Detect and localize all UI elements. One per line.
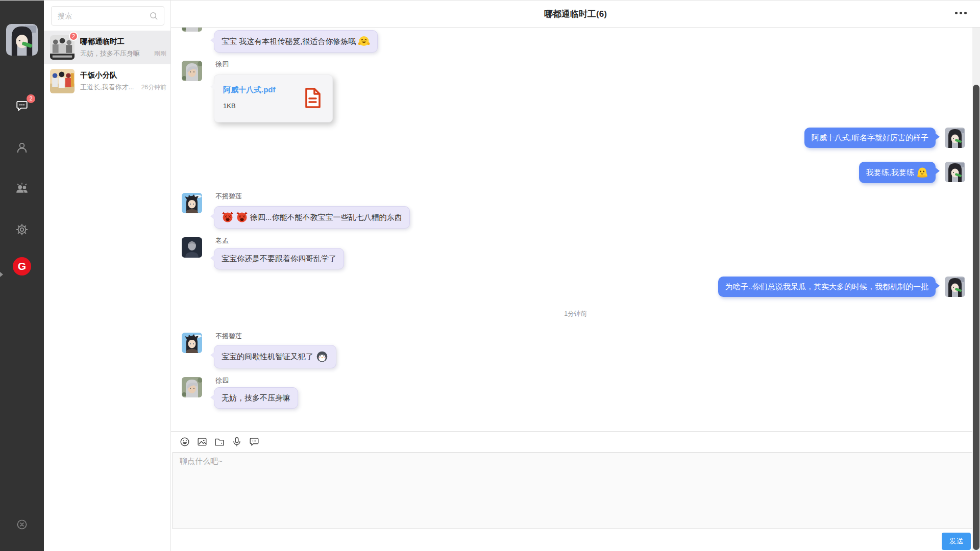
file-upload-icon [214, 436, 225, 447]
message-bubble: 无妨，技多不压身嘛 [214, 387, 298, 409]
own-avatar[interactable] [945, 128, 965, 148]
sender-avatar[interactable] [182, 61, 202, 81]
melting-face-emoji-icon [916, 166, 928, 179]
groups-icon [15, 182, 29, 195]
file-name[interactable]: 阿威十八式.pdf [223, 85, 276, 95]
more-menu-button[interactable] [955, 12, 967, 14]
contacts-icon [15, 141, 29, 154]
voice-icon [231, 436, 242, 447]
penguin-emoji-icon [315, 350, 329, 363]
settings-nav-button[interactable] [15, 222, 29, 237]
pdf-file-icon [301, 87, 325, 110]
scrollbar-track [972, 28, 980, 551]
sender-name: 老孟 [215, 237, 229, 244]
sender-avatar[interactable] [182, 377, 202, 397]
chat-icon [15, 99, 29, 112]
timestamp-divider: 1分钟前 [171, 310, 980, 318]
settings-icon [15, 223, 29, 236]
scrollbar-thumb[interactable] [973, 85, 979, 550]
chat-header: 哪都通临时工(6) [171, 1, 980, 28]
chat-main: 哪都通临时工(6) 宝宝 我这有本祖传秘笈,很适合你修炼哦 徐四 阿威十八式.p… [171, 1, 980, 551]
chat-title: 干饭小分队 [80, 70, 166, 80]
chat-preview: 无妨，技多不压身嘛 [80, 49, 152, 58]
send-row: 发送 [171, 529, 980, 551]
unread-badge: 2 [27, 94, 35, 103]
chat-time: 26分钟前 [141, 83, 166, 92]
composer-toolbar [171, 432, 980, 452]
app-window: 2 G [0, 0, 980, 551]
sender-avatar[interactable] [182, 193, 202, 213]
hugging-face-emoji-icon [358, 35, 370, 47]
groups-nav-button[interactable] [15, 181, 29, 195]
message-bubble: 阿威十八式,听名字就好厉害的样子 [804, 128, 936, 148]
enraged-emoji-icon [222, 211, 234, 223]
chat-header-title: 哪都通临时工(6) [544, 8, 607, 20]
user-avatar[interactable] [6, 24, 38, 56]
chat-list-item-nadutong[interactable]: 2 哪都通临时工 无妨，技多不压身嘛 刚刚 [44, 31, 170, 64]
collapse-arrow-icon[interactable] [0, 272, 3, 277]
unread-badge: 2 [69, 32, 78, 41]
emoji-picker-icon [179, 436, 190, 447]
disconnect-button[interactable] [16, 518, 28, 531]
sender-name: 徐四 [215, 60, 229, 68]
search-icon[interactable] [149, 11, 159, 21]
message-bubble: 宝宝的间歇性机智证又犯了 [214, 345, 336, 368]
sender-name: 徐四 [215, 377, 229, 384]
chat-list-panel: 2 哪都通临时工 无妨，技多不压身嘛 刚刚 干饭小分队 王道长,我看你才... … [44, 1, 171, 551]
chat-time: 刚刚 [154, 49, 166, 58]
message-bubble: 为啥子..你们总说我呆瓜，其实大多的时候，我都机制的一批 [718, 277, 936, 297]
image-upload-icon [197, 436, 208, 447]
chat-title: 哪都通临时工 [80, 36, 166, 46]
sender-name: 不摇碧莲 [215, 332, 242, 340]
file-size: 1KB [223, 102, 236, 110]
chat-list-item-ganfan[interactable]: 干饭小分队 王道长,我看你才... 26分钟前 [44, 64, 170, 98]
nav-rail: 2 G [0, 1, 44, 551]
search-row [44, 1, 170, 31]
message-list: 宝宝 我这有本祖传秘笈,很适合你修炼哦 徐四 阿威十八式.pdf 1KB 阿威十… [171, 28, 980, 431]
sender-avatar[interactable] [182, 333, 202, 353]
brand-logo[interactable]: G [13, 257, 31, 276]
group-avatar: 2 [50, 35, 75, 60]
file-upload-button[interactable] [214, 436, 225, 447]
message-bubble: 我要练,我要练 [859, 162, 936, 183]
image-upload-button[interactable] [197, 436, 208, 447]
contacts-nav-button[interactable] [15, 140, 29, 155]
group-avatar [50, 69, 75, 93]
emoji-picker-button[interactable] [179, 436, 190, 447]
chat-preview: 王道长,我看你才... [80, 83, 139, 92]
message-input[interactable] [173, 452, 978, 529]
chat-history-icon [249, 436, 260, 447]
composer: 发送 [171, 431, 980, 551]
file-message-card[interactable]: 阿威十八式.pdf 1KB [214, 74, 333, 122]
sender-avatar[interactable] [182, 237, 202, 258]
message-bubble: 宝宝 我这有本祖传秘笈,很适合你修炼哦 [214, 30, 378, 53]
chat-history-button[interactable] [249, 436, 260, 447]
message-bubble: 徐四...你能不能不教宝宝一些乱七八糟的东西 [214, 206, 410, 229]
sender-avatar[interactable] [182, 28, 202, 32]
chats-nav-button[interactable]: 2 [15, 98, 29, 113]
sender-name: 不摇碧莲 [215, 192, 242, 200]
send-button[interactable]: 发送 [942, 533, 971, 550]
disconnect-icon [16, 518, 28, 531]
own-avatar[interactable] [945, 277, 965, 297]
voice-message-button[interactable] [231, 436, 242, 447]
search-input[interactable] [52, 7, 164, 25]
own-avatar[interactable] [945, 162, 965, 182]
enraged-emoji-icon [236, 211, 248, 223]
message-bubble: 宝宝你还是不要跟着你四哥乱学了 [214, 248, 344, 269]
